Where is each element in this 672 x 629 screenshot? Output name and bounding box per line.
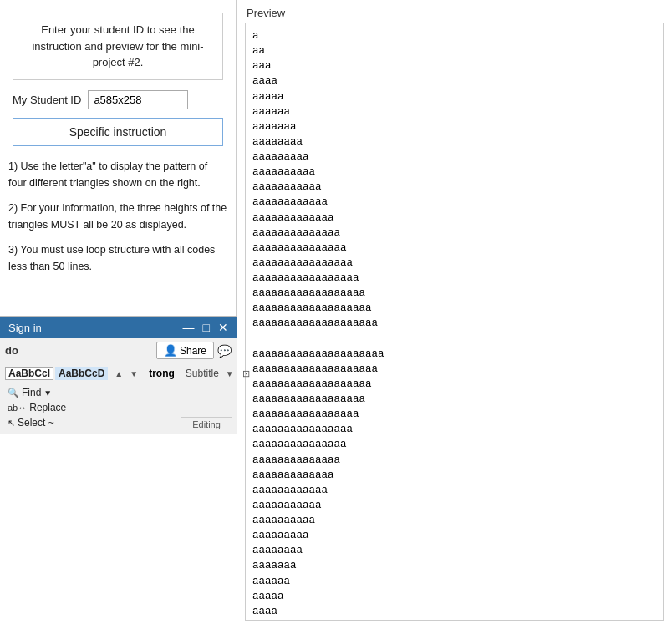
share-label: Share	[180, 345, 206, 357]
instruction-3: 3) You must use loop structure with all …	[8, 241, 227, 275]
ribbon-styles-row: AaBbCcl AaBbCcD ▲ ▼ trong Subtitle ▼ ⊡	[0, 363, 237, 383]
ribbon-title-text: Sign in	[8, 322, 42, 334]
comment-icon[interactable]: 💬	[217, 344, 232, 358]
instruction-2: 2) For your information, the three heigh…	[8, 200, 227, 233]
editing-group: 🔍 Find ▼ ab↔ Replace ↖ Select ~ Editing	[0, 383, 237, 434]
minimize-button[interactable]: —	[183, 321, 195, 334]
replace-button[interactable]: ab↔ Replace	[5, 401, 69, 414]
ribbon-window-controls: — □ ✕	[183, 321, 228, 334]
restore-button[interactable]: □	[203, 321, 210, 334]
share-button[interactable]: 👤 Share	[156, 342, 214, 359]
find-label: Find	[22, 387, 41, 398]
find-button[interactable]: 🔍 Find ▼	[5, 386, 69, 399]
style-arrow-down[interactable]: ▼	[130, 369, 138, 378]
ribbon-toolbar: do 👤 Share 💬	[0, 338, 237, 363]
info-text: Enter your student ID to see the instruc…	[32, 23, 203, 68]
instruction-1: 1) Use the letter"a" to display the patt…	[8, 158, 227, 191]
preview-label: Preview	[237, 0, 672, 23]
style-aabbccl[interactable]: AaBbCcl	[5, 367, 53, 380]
info-box: Enter your student ID to see the instruc…	[13, 13, 223, 80]
find-icon: 🔍	[8, 388, 19, 398]
select-label: Select ~	[18, 417, 54, 429]
student-id-label: My Student ID	[13, 94, 81, 106]
student-id-input[interactable]	[88, 90, 188, 109]
find-arrow[interactable]: ▼	[43, 388, 52, 398]
strong-style[interactable]: trong	[145, 366, 179, 381]
replace-icon: ab↔	[8, 403, 27, 413]
right-panel: Preview a aa aaa aaaa aaaaa aaaaaa aaaaa…	[237, 0, 672, 629]
person-icon: 👤	[164, 344, 177, 357]
cursor-icon: ↖	[8, 418, 15, 429]
do-label: do	[5, 344, 18, 357]
subtitle-arrow[interactable]: ▼	[226, 369, 234, 378]
replace-label: Replace	[29, 402, 66, 413]
ribbon-title-bar: Sign in — □ ✕	[0, 317, 237, 338]
editing-label: Editing	[181, 417, 232, 429]
style-aabbccd[interactable]: AaBbCcD	[55, 367, 108, 380]
subtitle-label[interactable]: Subtitle	[186, 368, 219, 379]
ribbon-background	[0, 434, 237, 629]
expand-icon[interactable]: ⊡	[242, 368, 250, 379]
ribbon-title-left: Sign in	[8, 322, 42, 334]
word-ribbon: Sign in — □ ✕ do 👤 Share 💬 AaBbCcl AaBbC…	[0, 316, 237, 434]
close-button[interactable]: ✕	[218, 321, 228, 334]
preview-area[interactable]: a aa aaa aaaa aaaaa aaaaaa aaaaaaa aaaaa…	[245, 23, 664, 621]
student-id-row: My Student ID	[13, 90, 223, 109]
select-button[interactable]: ↖ Select ~	[5, 416, 69, 429]
instructions: 1) Use the letter"a" to display the patt…	[8, 158, 227, 275]
specific-instruction-button[interactable]: Specific instruction	[13, 118, 223, 146]
style-arrow-up[interactable]: ▲	[115, 369, 123, 378]
